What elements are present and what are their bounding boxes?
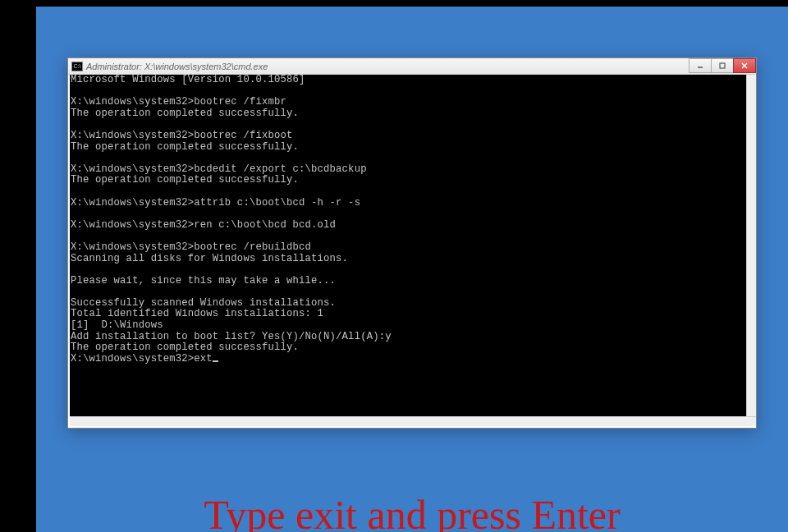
cmd-icon: C:\	[71, 62, 83, 71]
minimize-button[interactable]	[689, 58, 712, 73]
text-cursor	[213, 360, 218, 362]
horizontal-scrollbar[interactable]	[70, 416, 756, 426]
svg-rect-1	[720, 63, 725, 68]
titlebar[interactable]: C:\ Administrator: X:\windows\system32\c…	[68, 58, 756, 75]
instruction-caption: Type exit and press Enter	[36, 491, 788, 532]
desktop-background: C:\ Administrator: X:\windows\system32\c…	[36, 7, 788, 532]
terminal-output[interactable]: Microsoft Windows [Version 10.0.10586] X…	[70, 75, 746, 416]
maximize-button[interactable]	[711, 58, 734, 73]
window-title: Administrator: X:\windows\system32\cmd.e…	[86, 62, 268, 71]
vertical-scrollbar[interactable]	[746, 75, 756, 416]
window-controls	[690, 58, 756, 73]
close-button[interactable]	[733, 58, 756, 73]
cmd-window: C:\ Administrator: X:\windows\system32\c…	[67, 57, 757, 429]
